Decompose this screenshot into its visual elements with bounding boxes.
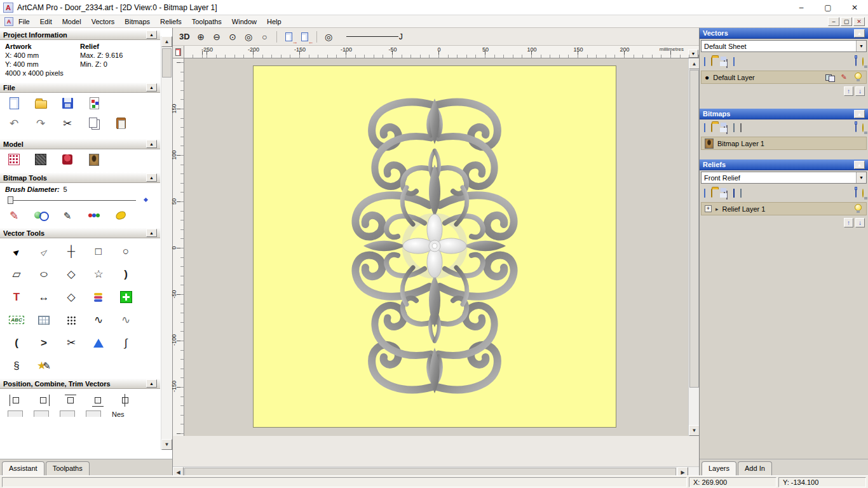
model-texture-button[interactable] <box>4 151 24 168</box>
collapse-project-info-button[interactable]: ▲ <box>146 30 157 39</box>
redo-button[interactable]: ↷ <box>31 114 51 132</box>
collapse-position-button[interactable]: ▲ <box>146 379 157 388</box>
clipped-tool-button[interactable] <box>34 410 49 417</box>
zoom-previous-button[interactable]: ◎ <box>322 30 336 44</box>
tool-create-text[interactable]: T <box>4 287 29 307</box>
tool-offset-vectors[interactable]: ◇ <box>58 287 84 307</box>
tool-create-circle[interactable]: ○ <box>113 241 139 261</box>
clipped-tool-button[interactable] <box>8 410 23 417</box>
menu-edit[interactable]: Edit <box>35 17 57 27</box>
canvas-viewport[interactable] <box>184 58 688 436</box>
bitmap-image-button[interactable] <box>740 124 742 132</box>
expand-plus-icon[interactable]: + <box>705 205 712 212</box>
tool-wrap-vectors[interactable] <box>86 287 111 307</box>
tool-transform-vectors[interactable]: ┼ <box>58 241 84 261</box>
tool-paste-grid[interactable] <box>31 310 57 330</box>
move-layer-down-button[interactable]: ↓ <box>855 86 865 96</box>
tool-create-ellipse[interactable]: ○ <box>31 264 57 284</box>
move-layer-down-button[interactable]: ↓ <box>855 218 865 227</box>
sheet-select[interactable]: Default Sheet ▼ <box>701 40 867 52</box>
zoom-out-button[interactable]: ⊖ <box>210 30 224 44</box>
document-icon[interactable]: A <box>4 17 13 26</box>
ruler-corner-button[interactable] <box>173 46 184 58</box>
tool-text-block[interactable]: ABC <box>4 310 29 330</box>
snapshot-next-button[interactable]: → <box>281 30 296 44</box>
zoom-in-button[interactable]: ⊕ <box>194 30 208 44</box>
paint-selective-button[interactable] <box>31 207 51 224</box>
align-right-button[interactable] <box>35 393 51 408</box>
tool-create-arc-segment[interactable]: ( <box>4 333 29 353</box>
scroll-thumb[interactable] <box>162 48 172 78</box>
collapse-bitmap-tools-button[interactable]: ▲ <box>146 173 157 182</box>
tool-nest-objects[interactable] <box>58 310 84 330</box>
paint-tool-button[interactable]: ✎ <box>4 207 24 224</box>
tool-create-star[interactable]: ☆ <box>86 264 111 284</box>
scroll-up-button[interactable]: ▲ <box>689 58 700 69</box>
minimize-button[interactable]: – <box>788 0 815 15</box>
tool-measure[interactable]: ↔ <box>31 287 57 307</box>
delete-relief-layer-button[interactable] <box>855 189 857 197</box>
vector-layer-row[interactable]: ● Default Layer ✎ <box>701 71 867 84</box>
tool-create-rectangle[interactable]: □ <box>86 241 111 261</box>
cut-button[interactable]: ✂ <box>57 114 78 132</box>
model-invert-button[interactable] <box>57 151 78 168</box>
copy-button[interactable] <box>84 114 104 132</box>
menu-model[interactable]: Model <box>57 17 86 27</box>
new-vector-layer-button[interactable] <box>704 58 705 65</box>
align-centre-button[interactable] <box>117 393 133 408</box>
merge-vector-layer-button[interactable] <box>733 58 735 65</box>
collapse-reliefs-button[interactable]: ▲ <box>854 161 865 169</box>
undo-button[interactable]: ↶ <box>4 114 24 132</box>
colour-picker-button[interactable] <box>84 207 104 224</box>
maximize-button[interactable]: ▢ <box>815 0 841 15</box>
expand-arrow-icon[interactable]: ▸ <box>715 206 719 212</box>
relief-grid-button[interactable] <box>740 189 742 197</box>
menu-vectors[interactable]: Vectors <box>86 17 120 27</box>
collapse-vector-tools-button[interactable]: ▲ <box>146 229 157 237</box>
open-model-button[interactable] <box>31 94 51 112</box>
bitmap-grid-button[interactable] <box>733 124 735 132</box>
collapse-file-button[interactable]: ▲ <box>146 83 157 92</box>
scroll-down-button[interactable]: ▼ <box>689 425 700 436</box>
zoom-last-button[interactable]: ○ <box>257 30 272 44</box>
vertical-scrollbar[interactable]: ▲ ▼ <box>688 58 699 436</box>
layer-visibility-button[interactable] <box>853 204 863 214</box>
tool-unwrap-vectors[interactable]: § <box>4 356 29 376</box>
relief-select[interactable]: Front Relief ▼ <box>701 172 867 184</box>
menu-toolpaths[interactable]: Toolpaths <box>187 17 227 27</box>
zoom-object-button[interactable]: ⊙ <box>226 30 240 44</box>
ruler-unit-dropdown[interactable]: ▼ <box>688 50 698 58</box>
mdi-minimize-button[interactable]: – <box>828 17 839 26</box>
flood-fill-button[interactable] <box>111 207 131 224</box>
import-model-button[interactable] <box>84 94 104 112</box>
tool-trim-vectors[interactable]: ✂ <box>58 333 84 353</box>
open-relief-layer-button[interactable] <box>711 189 712 197</box>
align-top-button[interactable] <box>62 393 79 408</box>
tool-create-arc[interactable]: ) <box>113 264 139 284</box>
model-load-bitmap-button[interactable] <box>84 151 104 168</box>
model-greyscale-button[interactable] <box>31 151 51 168</box>
layer-colour-dot[interactable]: ● <box>705 74 709 81</box>
relief-layer-row[interactable]: + ▸ Relief Layer 1 <box>701 202 867 215</box>
scroll-up-button[interactable]: ▲ <box>161 36 172 47</box>
tool-create-polyline[interactable]: ▱ <box>4 264 29 284</box>
menu-reliefs[interactable]: Reliefs <box>155 17 187 27</box>
canvas-artboard[interactable] <box>253 65 616 428</box>
menu-bitmaps[interactable]: Bitmaps <box>119 17 155 27</box>
collapse-vectors-button[interactable]: ▲ <box>854 29 865 37</box>
collapse-model-button[interactable]: ▲ <box>146 140 157 148</box>
toggle-all-bitmaps-button[interactable] <box>862 124 864 132</box>
zoom-fit-button[interactable]: ◎ <box>241 30 256 44</box>
relief-gem-button[interactable] <box>733 189 735 197</box>
tool-extrude[interactable] <box>86 333 111 353</box>
menu-window[interactable]: Window <box>227 17 262 27</box>
scroll-down-button[interactable]: ▼ <box>161 439 172 450</box>
open-bitmap-layer-button[interactable] <box>711 124 712 132</box>
toggle-all-reliefs-button[interactable] <box>862 189 864 197</box>
tab-toolpaths[interactable]: Toolpaths <box>46 461 90 475</box>
snapshot-prev-button[interactable]: ← <box>297 30 312 44</box>
view-3d-button[interactable]: 3D <box>177 30 193 44</box>
slider-thumb[interactable] <box>8 196 13 204</box>
new-relief-layer-button[interactable] <box>704 189 705 197</box>
menu-help[interactable]: Help <box>262 17 287 27</box>
